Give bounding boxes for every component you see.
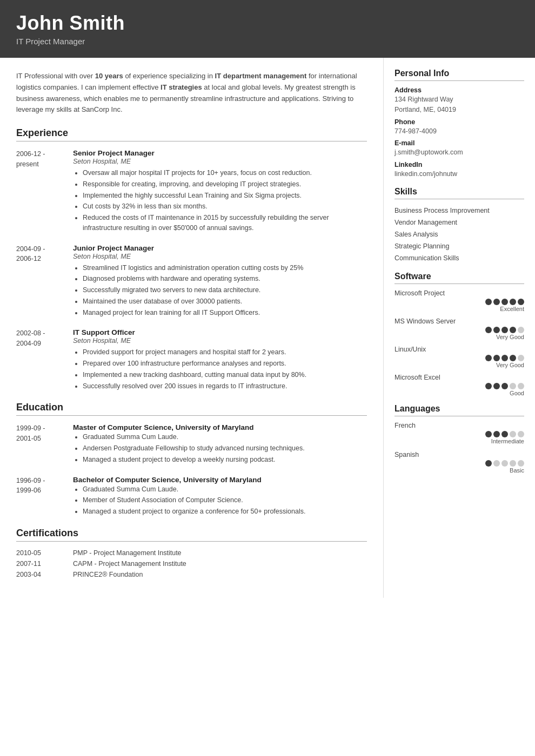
bullet-item: Maintained the user database of over 300… [83,296,367,307]
personal-address: Address 134 Rightward WayPortland, ME, 0… [394,86,524,115]
experience-entry: 2004-09 -2006-12 Junior Project Manager … [16,244,367,319]
address-label: Address [394,86,524,94]
entry-content: IT Support Officer Seton Hospital, ME Pr… [73,328,367,392]
bullet-item: Implemented a new tracking dashboard, cu… [83,370,367,380]
lang-dot [510,460,516,467]
cert-entry: 2003-04 PRINCE2® Foundation [16,571,367,578]
linkedin-value: linkedin.com/johnutw [394,169,524,179]
bullet-item: Prepared over 100 infrastructure perform… [83,359,367,369]
education-entry: 1996-09 -1999-06 Bachelor of Computer Sc… [16,476,367,518]
lang-dot [485,460,492,467]
cert-date: 2007-11 [16,560,73,568]
bullet-item: Diagnosed problems with hardware and ope… [83,274,367,284]
bullet-item: Managed a student project to develop a w… [83,455,367,465]
skill-dot [493,327,500,333]
languages-section-title: Languages [394,404,524,416]
entry-bullets: Graduated Summa Cum Laude.Member of Stud… [73,484,367,517]
skill-dot [510,355,516,361]
email-label: E-mail [394,139,524,147]
skill-dot [493,383,500,389]
bullet-item: Reduced the costs of IT maintenance in 2… [83,213,367,233]
skill-level-label: Excellent [394,306,524,312]
education-entry: 1999-09 -2001-05 Master of Computer Scie… [16,423,367,465]
skill-dot [501,327,508,333]
software-entry: MS Windows Server Very Good [394,318,524,340]
entry-content: Bachelor of Computer Science, University… [73,476,367,518]
summary-section: IT Professional with over 10 years of ex… [16,71,367,116]
experience-entry: 2002-08 -2004-09 IT Support Officer Seto… [16,328,367,392]
software-entry: Microsoft Project Excellent [394,289,524,312]
bullet-item: Andersen Postgraduate Fellowship to stud… [83,443,367,454]
entry-bullets: Graduated Summa Cum Laude.Andersen Postg… [73,432,367,464]
language-entry: French Intermediate [394,422,524,444]
skill-dot [518,327,524,333]
skill-dot [493,299,500,305]
entry-bullets: Oversaw all major hospital IT projects f… [73,168,367,233]
skill-item: Sales Analysis [394,228,524,240]
email-value: j.smith@uptowork.com [394,147,524,158]
skill-dot [501,355,508,361]
skill-item: Business Process Improvement [394,205,524,217]
dots-row [394,383,524,389]
software-list: Microsoft Project Excellent MS Windows S… [394,289,524,396]
skill-dot [518,355,524,361]
entry-org: Seton Hospital, ME [73,253,367,260]
bullet-item: Member of Student Association of Compute… [83,495,367,505]
bullet-item: Streamlined IT logistics and administrat… [83,263,367,273]
dots-row [394,355,524,361]
lang-dot [518,460,524,467]
lang-dot [501,460,508,467]
skill-dot [485,299,492,305]
entry-date: 1999-09 -2001-05 [16,423,73,465]
entry-date: 2004-09 -2006-12 [16,244,73,319]
cert-date: 2010-05 [16,549,73,557]
bullet-item: Managed a student project to organize a … [83,507,367,517]
entry-date: 2002-08 -2004-09 [16,328,73,392]
lang-dot [493,460,500,467]
skill-item: Vendor Management [394,217,524,228]
language-name: Spanish [394,451,524,458]
candidate-title: IT Project Manager [16,37,519,46]
skill-dot [501,383,508,389]
certification-entries: 2010-05 PMP - Project Management Institu… [16,549,367,578]
entry-org: Seton Hospital, ME [73,337,367,345]
skill-item: Strategic Planning [394,240,524,252]
bullet-item: Implemented the highly successful Lean T… [83,191,367,201]
software-name: Microsoft Excel [394,374,524,381]
cert-name: PMP - Project Management Institute [73,549,182,557]
entry-title: Bachelor of Computer Science, University… [73,476,367,484]
skill-item: Communication Skills [394,252,524,264]
software-name: MS Windows Server [394,318,524,325]
skill-dot [518,299,524,305]
skill-dot [485,383,492,389]
bullet-item: Successfully migrated two servers to new… [83,285,367,295]
entry-content: Master of Computer Science, University o… [73,423,367,465]
left-column: IT Professional with over 10 years of ex… [0,58,384,598]
bullet-item: Responsible for creating, improving, and… [83,179,367,190]
skill-level-label: Very Good [394,334,524,340]
bullet-item: Cut costs by 32% in less than six months… [83,201,367,212]
language-level-label: Intermediate [394,438,524,444]
dots-row [394,299,524,305]
lang-dot [510,431,516,437]
lang-dot [485,431,492,437]
main-layout: IT Professional with over 10 years of ex… [0,58,535,598]
address-value: 134 Rightward WayPortland, ME, 04019 [394,94,524,115]
language-name: French [394,422,524,429]
skill-dot [510,327,516,333]
education-section-title: Education [16,402,367,416]
right-column: Personal Info Address 134 Rightward WayP… [384,58,535,496]
software-name: Linux/Unix [394,346,524,353]
skill-dot [485,355,492,361]
skill-dot [510,299,516,305]
education-entries: 1999-09 -2001-05 Master of Computer Scie… [16,423,367,518]
candidate-name: John Smith [16,12,519,35]
entry-content: Junior Project Manager Seton Hospital, M… [73,244,367,319]
entry-org: Seton Hospital, ME [73,158,367,165]
skill-dot [485,327,492,333]
entry-content: Senior Project Manager Seton Hospital, M… [73,149,367,234]
entry-date: 1996-09 -1999-06 [16,476,73,518]
lang-dot [501,431,508,437]
dots-row [394,431,524,437]
bullet-item: Graduated Summa Cum Laude. [83,484,367,495]
